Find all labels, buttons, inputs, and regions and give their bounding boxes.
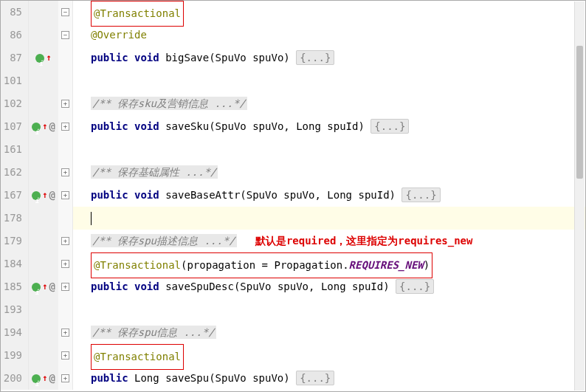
annotation-icon: @ [49, 275, 55, 298]
code-content[interactable]: /** 保存基础属性 ...*/ [73, 161, 585, 184]
folded-code-icon[interactable]: {...} [396, 279, 434, 294]
code-line[interactable]: 178 [1, 207, 585, 230]
fold-gutter: − [58, 24, 73, 47]
fold-expand-icon[interactable]: + [61, 329, 69, 337]
code-content[interactable]: @Transactional [73, 344, 585, 367]
code-line[interactable]: 193 [1, 298, 585, 321]
keyword: void [134, 189, 159, 201]
gutter-marker [29, 207, 58, 230]
code-line[interactable]: 199+@Transactional [1, 344, 585, 367]
code-line[interactable]: 184+@Transactional(propagation = Propaga… [1, 252, 585, 275]
fold-expand-icon[interactable]: + [61, 374, 69, 382]
code-line[interactable]: 101 [1, 69, 585, 92]
fold-expand-icon[interactable]: + [61, 351, 69, 360]
code-content[interactable]: public Long saveSpu(SpuVo spuVo) {...} [73, 367, 585, 390]
code-content[interactable]: /** 保存sku及营销信息 ...*/ [73, 92, 585, 115]
override-indicator-icon[interactable] [32, 191, 41, 200]
fold-gutter [58, 69, 73, 92]
annotation-icon: @ [49, 184, 55, 207]
fold-gutter: − [58, 1, 73, 24]
code-text [128, 52, 134, 63]
code-content[interactable]: public void saveSku(SpuVo spuVo, Long sp… [73, 115, 585, 138]
override-indicator-icon[interactable] [35, 54, 44, 63]
keyword: public [91, 120, 128, 132]
code-content[interactable]: /** 保存spu描述信息 ...*/ 默认是required，这里指定为req… [73, 230, 585, 252]
gutter-marker [29, 252, 58, 275]
code-line[interactable]: 161 [1, 138, 585, 161]
code-text [128, 281, 134, 292]
code-line[interactable]: 185↑@+public void saveSpuDesc(SpuVo spuV… [1, 275, 585, 298]
code-line[interactable]: 194+/** 保存spu信息 ...*/ [1, 321, 585, 344]
line-number: 167 [1, 184, 29, 207]
fold-expand-icon[interactable]: + [61, 123, 69, 131]
comment: /** 保存sku及营销信息 ...*/ [91, 97, 247, 110]
keyword: void [134, 281, 159, 292]
line-number: 107 [1, 115, 29, 138]
line-number: 87 [1, 47, 29, 69]
code-line[interactable]: 86−@Override [1, 24, 585, 47]
code-content[interactable]: public void saveSpuDesc(SpuVo spuVo, Lon… [73, 275, 585, 298]
fold-gutter: + [58, 161, 73, 184]
fold-gutter [58, 138, 73, 161]
fold-collapse-icon[interactable]: − [61, 31, 69, 39]
code-content[interactable] [73, 69, 585, 92]
fold-expand-icon[interactable]: + [61, 260, 69, 268]
highlight-box: @Transactional(propagation = Propagation… [91, 252, 432, 278]
fold-expand-icon[interactable]: + [61, 100, 69, 108]
code-line[interactable]: 162+/** 保存基础属性 ...*/ [1, 161, 585, 184]
code-content[interactable]: public void saveBaseAttr(SpuVo spuVo, Lo… [73, 184, 585, 207]
fold-gutter: + [58, 115, 73, 138]
keyword: public [91, 372, 128, 384]
folded-code-icon[interactable]: {...} [296, 50, 334, 65]
override-indicator-icon[interactable] [32, 283, 41, 292]
code-content[interactable]: @Transactional(propagation = Propagation… [73, 252, 585, 275]
vertical-scrollbar[interactable] [574, 1, 585, 391]
override-indicator-icon[interactable] [32, 123, 41, 131]
fold-gutter: + [58, 367, 73, 390]
code-content[interactable] [73, 138, 585, 161]
annotation-icon: @ [49, 367, 55, 390]
folded-code-icon[interactable]: {...} [370, 119, 409, 134]
code-content[interactable]: @Transactional [73, 1, 585, 24]
code-line[interactable]: 179+/** 保存spu描述信息 ...*/ 默认是required，这里指定… [1, 230, 585, 252]
line-number: 184 [1, 252, 29, 275]
code-line[interactable]: 85−@Transactional [1, 1, 585, 24]
gutter-marker [29, 138, 58, 161]
code-content[interactable] [73, 298, 585, 321]
gutter-marker [29, 69, 58, 92]
fold-gutter [58, 207, 73, 230]
fold-expand-icon[interactable]: + [61, 168, 69, 176]
code-line[interactable]: 200↑@+public Long saveSpu(SpuVo spuVo) {… [1, 367, 585, 390]
fold-expand-icon[interactable]: + [61, 283, 69, 291]
fold-expand-icon[interactable]: + [61, 237, 69, 245]
fold-expand-icon[interactable]: + [61, 191, 69, 199]
folded-code-icon[interactable]: {...} [296, 371, 334, 385]
fold-collapse-icon[interactable]: − [61, 8, 69, 16]
gutter-marker [29, 298, 58, 321]
folded-code-icon[interactable]: {...} [401, 188, 440, 202]
gutter-marker [29, 161, 58, 184]
scrollbar-thumb[interactable] [576, 46, 583, 179]
code-content[interactable] [73, 207, 585, 230]
code-text: saveSpuDesc(SpuVo spuVo, Long spuId) [159, 281, 396, 292]
code-content[interactable]: /** 保存spu信息 ...*/ [73, 321, 585, 344]
code-text: bigSave(SpuVo spuVo) [159, 52, 296, 63]
gutter-marker: ↑@ [29, 115, 58, 138]
keyword: void [134, 52, 159, 63]
annotation: @Transactional [94, 259, 181, 271]
code-line[interactable]: 102+/** 保存sku及营销信息 ...*/ [1, 92, 585, 115]
code-line[interactable]: 107↑@+public void saveSku(SpuVo spuVo, L… [1, 115, 585, 138]
line-number: 185 [1, 275, 29, 298]
fold-gutter: + [58, 92, 73, 115]
fold-gutter: + [58, 230, 73, 252]
annotation-icon: @ [49, 115, 55, 138]
code-content[interactable]: @Override [73, 24, 585, 47]
code-line[interactable]: 87↑public void bigSave(SpuVo spuVo) {...… [1, 47, 585, 69]
code-area[interactable]: 85−@Transactional86−@Override87↑public v… [1, 1, 585, 391]
code-line[interactable]: 167↑@+public void saveBaseAttr(SpuVo spu… [1, 184, 585, 207]
line-number: 161 [1, 138, 29, 161]
line-number: 86 [1, 24, 29, 47]
code-content[interactable]: public void bigSave(SpuVo spuVo) {...} [73, 47, 585, 69]
override-indicator-icon[interactable] [32, 374, 41, 383]
highlight-box: @Transactional [91, 1, 184, 27]
